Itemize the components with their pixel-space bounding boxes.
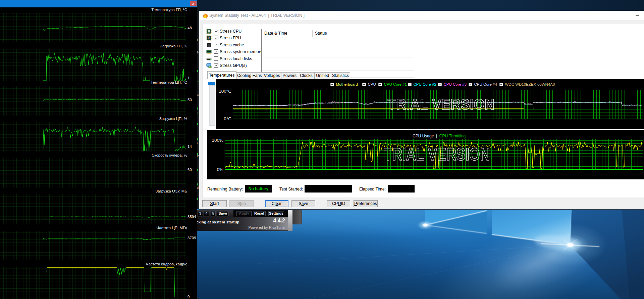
svg-text:50: 50 [187, 98, 192, 102]
svg-text:Частота ЦП, МГц: Частота ЦП, МГц [157, 226, 187, 230]
svg-text:48: 48 [187, 26, 192, 30]
svg-text:14: 14 [187, 144, 192, 148]
svg-text:1: 1 [187, 76, 190, 80]
svg-text:TRIAL VERSION: TRIAL VERSION [384, 144, 490, 164]
svg-text:Температура ЦП, °C: Температура ЦП, °C [151, 80, 187, 84]
svg-text:0: 0 [187, 295, 190, 299]
svg-text:60: 60 [187, 168, 192, 172]
svg-text:3709: 3709 [187, 236, 196, 240]
svg-text:TRIAL VERSION: TRIAL VERSION [388, 96, 495, 113]
svg-text:Скорость кулера, %: Скорость кулера, % [152, 153, 187, 157]
svg-text:100°C: 100°C [219, 89, 231, 94]
svg-text:100%: 100% [212, 138, 223, 143]
svg-text:Загрузка ЦП, %: Загрузка ЦП, % [159, 117, 187, 121]
svg-text:Загрузка ОЗУ, МБ: Загрузка ОЗУ, МБ [155, 189, 187, 193]
svg-text:%: % [208, 36, 210, 40]
svg-text:3594: 3594 [187, 215, 196, 219]
svg-text:Частота кадров, кадр/с: Частота кадров, кадр/с [146, 262, 187, 266]
svg-text:0%: 0% [217, 167, 223, 172]
svg-text:Температура ГП, °C: Температура ГП, °C [151, 8, 187, 12]
svg-text:0°C: 0°C [224, 116, 231, 121]
svg-text:CPU Usage | CPU Throttling: CPU Usage | CPU Throttling [413, 134, 466, 138]
svg-text:Загрузка ГП, %: Загрузка ГП, % [160, 44, 187, 48]
